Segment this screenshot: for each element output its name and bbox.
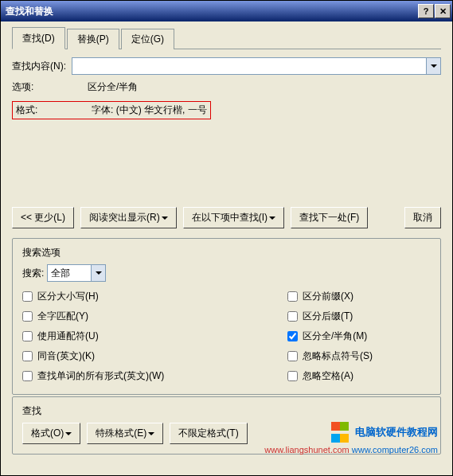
options-col-right: 区分前缀(X) 区分后缀(T) 区分全/半角(M) 忽略标点符号(S) 忽略空格… bbox=[287, 290, 431, 383]
wildcards-checkbox[interactable]: 使用通配符(U) bbox=[22, 330, 287, 343]
ignore-space-checkbox[interactable]: 忽略空格(A) bbox=[287, 369, 431, 383]
format-value: 字体: (中文) 华文行楷, 一号 bbox=[92, 103, 207, 117]
titlebar: 查找和替换 ? ✕ bbox=[1, 1, 452, 21]
whole-word-checkbox[interactable]: 全字匹配(Y) bbox=[22, 310, 287, 323]
close-button[interactable]: ✕ bbox=[435, 4, 451, 18]
watermark: 电脑软硬件教程网 www.liangshunet.com www.compute… bbox=[264, 421, 438, 455]
special-format-label: 特殊格式(E) bbox=[96, 427, 146, 440]
whole-word-input[interactable] bbox=[22, 311, 33, 322]
ignore-space-input[interactable] bbox=[287, 371, 298, 381]
sounds-like-input[interactable] bbox=[22, 351, 33, 361]
tab-replace[interactable]: 替换(P) bbox=[67, 29, 119, 49]
wildcards-input[interactable] bbox=[22, 331, 33, 341]
chevron-down-icon bbox=[148, 432, 154, 435]
search-options-legend: 搜索选项 bbox=[19, 246, 64, 259]
cancel-button[interactable]: 取消 bbox=[404, 207, 441, 228]
search-direction-label: 搜索: bbox=[22, 267, 44, 280]
format-row: 格式: 字体: (中文) 华文行楷, 一号 bbox=[16, 103, 207, 117]
format-label: 格式: bbox=[16, 103, 76, 117]
windows-logo-icon bbox=[331, 421, 349, 445]
watermark-line1: 电脑软硬件教程网 bbox=[264, 421, 438, 445]
main-button-row: << 更少(L) 阅读突出显示(R) 在以下项中查找(I) 查找下一处(F) 取… bbox=[12, 207, 441, 228]
search-direction-value[interactable]: 全部 bbox=[47, 264, 92, 282]
watermark-text1: 电脑软硬件教程网 bbox=[355, 426, 438, 438]
special-format-button[interactable]: 特殊格式(E) bbox=[87, 423, 163, 444]
find-content-row: 查找内容(N): bbox=[12, 57, 441, 75]
less-button[interactable]: << 更少(L) bbox=[12, 207, 74, 228]
sounds-like-checkbox[interactable]: 同音(英文)(K) bbox=[22, 349, 287, 363]
content-area: 查找(D) 替换(P) 定位(G) 查找内容(N): 选项: 区分全/半角 格式… bbox=[1, 21, 452, 475]
match-suffix-checkbox[interactable]: 区分后缀(T) bbox=[287, 310, 431, 323]
chevron-down-icon bbox=[431, 64, 437, 68]
reading-highlight-label: 阅读突出显示(R) bbox=[89, 211, 160, 224]
options-value: 区分全/半角 bbox=[88, 80, 138, 94]
tab-strip: 查找(D) 替换(P) 定位(G) bbox=[12, 28, 441, 49]
ignore-punct-label: 忽略标点符号(S) bbox=[303, 349, 373, 363]
chevron-down-icon bbox=[269, 217, 275, 220]
all-forms-checkbox[interactable]: 查找单词的所有形式(英文)(W) bbox=[22, 369, 287, 383]
search-options-fieldset: 搜索选项 搜索: 全部 区分大小写(H) 全字匹配(Y) 使用通配符(U) 同音… bbox=[12, 238, 441, 395]
options-label: 选项: bbox=[12, 80, 72, 94]
sounds-like-label: 同音(英文)(K) bbox=[37, 349, 95, 363]
format-button-label: 格式(O) bbox=[31, 427, 64, 440]
no-format-button[interactable]: 不限定格式(T) bbox=[170, 423, 247, 444]
help-button[interactable]: ? bbox=[418, 4, 434, 18]
watermark-url2: www.computer26.com bbox=[352, 445, 438, 455]
match-suffix-input[interactable] bbox=[287, 311, 298, 322]
full-half-checkbox[interactable]: 区分全/半角(M) bbox=[287, 330, 431, 343]
find-legend: 查找 bbox=[19, 404, 45, 418]
match-case-checkbox[interactable]: 区分大小写(H) bbox=[22, 290, 287, 303]
match-case-input[interactable] bbox=[22, 291, 33, 302]
format-highlight-box: 格式: 字体: (中文) 华文行楷, 一号 bbox=[12, 101, 211, 119]
tab-goto[interactable]: 定位(G) bbox=[121, 29, 174, 49]
window-title: 查找和替换 bbox=[6, 5, 53, 18]
match-suffix-label: 区分后缀(T) bbox=[303, 310, 353, 323]
all-forms-input[interactable] bbox=[22, 371, 33, 381]
options-col-left: 区分大小写(H) 全字匹配(Y) 使用通配符(U) 同音(英文)(K) 查找单词… bbox=[22, 290, 287, 383]
full-half-label: 区分全/半角(M) bbox=[303, 330, 367, 343]
ignore-punct-input[interactable] bbox=[287, 351, 298, 361]
whole-word-label: 全字匹配(Y) bbox=[37, 310, 88, 323]
titlebar-buttons: ? ✕ bbox=[418, 4, 451, 18]
wildcards-label: 使用通配符(U) bbox=[37, 330, 99, 343]
find-next-button[interactable]: 查找下一处(F) bbox=[291, 207, 368, 228]
watermark-url1: www.liangshunet.com bbox=[264, 445, 349, 455]
chevron-down-icon bbox=[96, 271, 102, 275]
full-half-input[interactable] bbox=[287, 331, 298, 341]
format-button[interactable]: 格式(O) bbox=[22, 423, 80, 444]
reading-highlight-button[interactable]: 阅读突出显示(R) bbox=[80, 207, 177, 228]
search-direction-dropdown[interactable] bbox=[92, 264, 106, 282]
match-prefix-input[interactable] bbox=[287, 291, 298, 302]
find-content-combo bbox=[72, 57, 441, 75]
chevron-down-icon bbox=[65, 432, 72, 435]
find-replace-dialog: 查找和替换 ? ✕ 查找(D) 替换(P) 定位(G) 查找内容(N): 选项:… bbox=[0, 0, 453, 476]
ignore-punct-checkbox[interactable]: 忽略标点符号(S) bbox=[287, 349, 431, 363]
all-forms-label: 查找单词的所有形式(英文)(W) bbox=[37, 369, 164, 383]
find-content-input[interactable] bbox=[72, 57, 427, 75]
match-prefix-checkbox[interactable]: 区分前缀(X) bbox=[287, 290, 431, 303]
options-row: 选项: 区分全/半角 bbox=[12, 80, 441, 94]
options-columns: 区分大小写(H) 全字匹配(Y) 使用通配符(U) 同音(英文)(K) 查找单词… bbox=[22, 290, 431, 383]
ignore-space-label: 忽略空格(A) bbox=[303, 369, 353, 383]
match-case-label: 区分大小写(H) bbox=[37, 290, 99, 303]
find-content-label: 查找内容(N): bbox=[12, 60, 72, 73]
chevron-down-icon bbox=[162, 217, 168, 220]
find-in-label: 在以下项中查找(I) bbox=[192, 211, 268, 224]
find-in-button[interactable]: 在以下项中查找(I) bbox=[183, 207, 284, 228]
tab-find[interactable]: 查找(D) bbox=[12, 27, 65, 49]
match-prefix-label: 区分前缀(X) bbox=[303, 290, 353, 303]
watermark-line2: www.liangshunet.com www.computer26.com bbox=[264, 445, 438, 455]
search-direction-row: 搜索: 全部 bbox=[22, 264, 431, 282]
find-content-dropdown[interactable] bbox=[427, 57, 441, 75]
